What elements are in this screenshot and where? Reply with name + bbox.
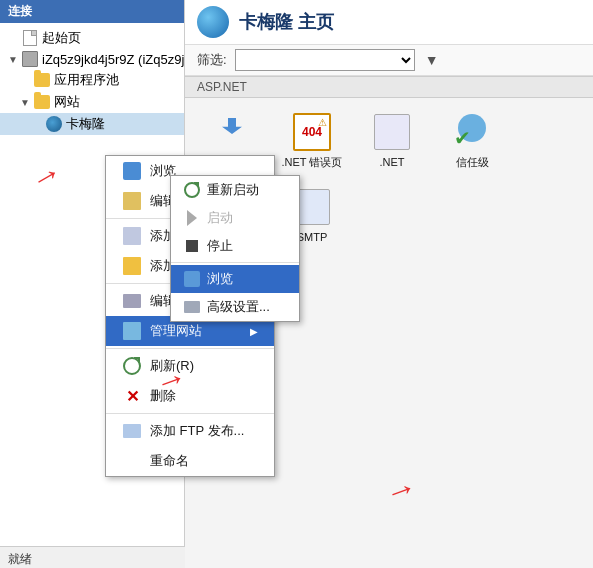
tree-item-apppool[interactable]: 应用程序池	[0, 69, 184, 91]
browse-menu-icon	[122, 161, 142, 181]
submenu-restart[interactable]: 重新启动	[171, 176, 299, 204]
menu-add-ftp[interactable]: 添加 FTP 发布...	[106, 416, 274, 446]
tree-label: iZq5z9jkd4j5r9Z (iZq5z9jkd	[42, 52, 184, 67]
globe-icon	[46, 116, 62, 132]
folder-icon	[34, 94, 50, 110]
manage-menu-icon	[122, 321, 142, 341]
stop-icon	[183, 237, 201, 255]
compile-icon-img	[212, 112, 252, 152]
folder-icon	[34, 72, 50, 88]
submenu-advanced[interactable]: 高级设置...	[171, 293, 299, 321]
tree-item-site[interactable]: 卡梅隆	[0, 113, 184, 135]
page-icon	[22, 30, 38, 46]
menu-delete-label: 删除	[150, 387, 176, 405]
menu-refresh-label: 刷新(R)	[150, 357, 194, 375]
add-app-menu-icon	[122, 226, 142, 246]
restart-icon	[183, 181, 201, 199]
add-vdir-menu-icon	[122, 256, 142, 276]
status-text: 就绪	[8, 552, 32, 566]
menu-rename-label: 重命名	[150, 452, 189, 470]
submenu-stop[interactable]: 停止	[171, 232, 299, 260]
expand-arrow: ▼	[8, 54, 20, 65]
tree-item-start-page[interactable]: 起始页	[0, 27, 184, 49]
expand-arrow	[32, 119, 44, 130]
submenu: 重新启动 启动 停止 浏览 高级设置...	[170, 175, 300, 322]
submenu-start[interactable]: 启动	[171, 204, 299, 232]
submenu-start-label: 启动	[207, 209, 233, 227]
menu-rename[interactable]: 重命名	[106, 446, 274, 476]
expand-arrow: ▼	[20, 97, 32, 108]
submenu-sep	[171, 262, 299, 263]
right-panel-title: 卡梅隆 主页	[239, 10, 334, 34]
header-globe-icon	[197, 6, 229, 38]
tree-label: 应用程序池	[54, 71, 119, 89]
menu-refresh[interactable]: 刷新(R)	[106, 351, 274, 381]
net-icon-img	[372, 112, 412, 152]
right-header: 卡梅隆 主页	[185, 0, 593, 45]
submenu-arrow: ▶	[250, 326, 258, 337]
feature-trust[interactable]: ✔ 信任级	[437, 108, 507, 173]
tree-label: 卡梅隆	[66, 115, 105, 133]
trust-icon-img: ✔	[452, 112, 492, 152]
filter-label: 筛选:	[197, 51, 227, 69]
refresh-menu-icon	[122, 356, 142, 376]
server-icon	[22, 51, 38, 67]
filter-icon: ▼	[423, 51, 441, 69]
submenu-browse[interactable]: 浏览	[171, 265, 299, 293]
error-icon-img: 404	[292, 112, 332, 152]
submenu-restart-label: 重新启动	[207, 181, 259, 199]
delete-menu-icon: ✕	[122, 386, 142, 406]
panel-header: 连接	[0, 0, 184, 23]
perms-menu-icon	[122, 191, 142, 211]
error-label: .NET 错误页	[282, 156, 343, 169]
trust-label: 信任级	[456, 156, 489, 169]
panel-title: 连接	[8, 4, 32, 18]
submenu-advanced-label: 高级设置...	[207, 298, 270, 316]
start-icon	[183, 209, 201, 227]
tree-item-server[interactable]: ▼ iZq5z9jkd4j5r9Z (iZq5z9jkd	[0, 49, 184, 69]
status-bar: 就绪	[0, 546, 185, 568]
settings-sub-icon	[183, 298, 201, 316]
x-icon: ✕	[126, 387, 139, 406]
filter-bar: 筛选: ▼	[185, 45, 593, 76]
tree-area: 起始页 ▼ iZq5z9jkd4j5r9Z (iZq5z9jkd 应用程序池 ▼…	[0, 23, 184, 139]
feature-error-pages[interactable]: 404 .NET 错误页	[277, 108, 347, 173]
submenu-stop-label: 停止	[207, 237, 233, 255]
submenu-browse-label: 浏览	[207, 270, 233, 288]
menu-manage-site-label: 管理网站	[150, 322, 202, 340]
tree-label: 网站	[54, 93, 80, 111]
smtp-label: SMTP	[297, 231, 328, 244]
tree-item-sites[interactable]: ▼ 网站	[0, 91, 184, 113]
ftp-menu-icon	[122, 421, 142, 441]
menu-sep3	[106, 348, 274, 349]
rename-menu-icon	[122, 451, 142, 471]
menu-delete[interactable]: ✕ 删除	[106, 381, 274, 411]
aspnet-section-label: ASP.NET	[185, 76, 593, 98]
expand-arrow	[20, 75, 32, 86]
browse-sub-icon	[183, 270, 201, 288]
menu-add-ftp-label: 添加 FTP 发布...	[150, 422, 244, 440]
filter-select[interactable]	[235, 49, 415, 71]
expand-arrow	[8, 33, 20, 44]
net-label: .NET	[379, 156, 404, 169]
menu-sep4	[106, 413, 274, 414]
bind-menu-icon	[122, 291, 142, 311]
feature-net[interactable]: .NET	[357, 108, 427, 173]
tree-label: 起始页	[42, 29, 81, 47]
